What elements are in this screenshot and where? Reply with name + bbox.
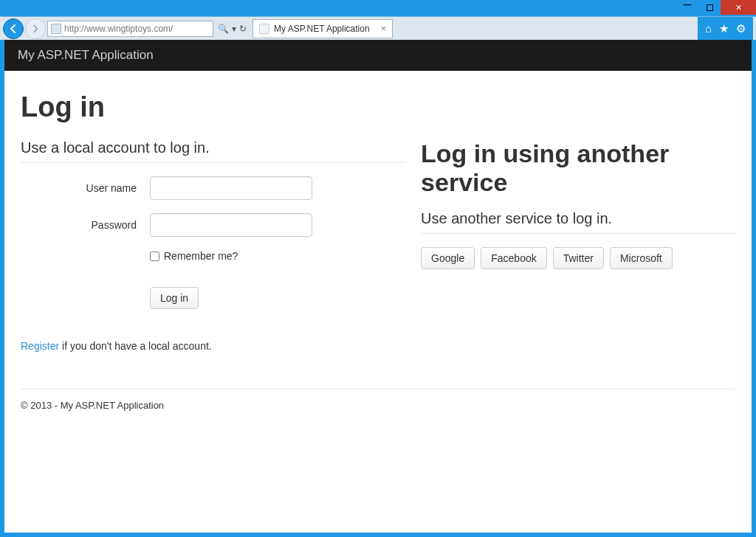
- nav-back-button[interactable]: [3, 18, 24, 39]
- address-controls: 🔍 ▾ ↻: [215, 24, 250, 34]
- password-label: Password: [21, 219, 150, 231]
- window-titlebar: — ✕: [0, 0, 756, 16]
- footer-text: © 2013 - My ASP.NET Application: [21, 400, 735, 411]
- tab-title: My ASP.NET Application: [274, 24, 370, 34]
- register-link[interactable]: Register: [21, 340, 59, 352]
- remember-label: Remember me?: [164, 250, 238, 262]
- page-viewport: My ASP.NET Application Log in Use a loca…: [4, 40, 752, 533]
- provider-twitter-button[interactable]: Twitter: [553, 247, 604, 269]
- register-tail: if you don't have a local account.: [59, 340, 212, 352]
- nav-forward-button[interactable]: [25, 18, 46, 39]
- search-icon[interactable]: 🔍: [218, 24, 229, 34]
- navbar-brand[interactable]: My ASP.NET Application: [18, 48, 154, 63]
- external-login-title: Log in using another service: [421, 139, 735, 197]
- external-login-sub: Use another service to log in.: [421, 210, 735, 234]
- window-minimize-button[interactable]: —: [676, 0, 698, 15]
- local-login-section: Use a local account to log in. User name…: [21, 139, 421, 352]
- provider-microsoft-button[interactable]: Microsoft: [610, 247, 673, 269]
- address-bar[interactable]: http://www.wingtiptoys.com/: [47, 21, 213, 37]
- browser-tab[interactable]: My ASP.NET Application ×: [252, 19, 393, 38]
- provider-facebook-button[interactable]: Facebook: [481, 247, 546, 269]
- external-login-section: Log in using another service Use another…: [421, 139, 735, 352]
- address-url: http://www.wingtiptoys.com/: [64, 24, 210, 34]
- favorites-icon[interactable]: ★: [719, 22, 729, 35]
- dropdown-icon[interactable]: ▾: [232, 24, 236, 34]
- footer-divider: [21, 389, 735, 389]
- site-navbar: My ASP.NET Application: [4, 40, 752, 71]
- username-input[interactable]: [150, 176, 312, 200]
- tab-favicon: [259, 24, 269, 34]
- tab-close-icon[interactable]: ×: [380, 23, 386, 34]
- remember-checkbox[interactable]: [150, 252, 159, 261]
- username-label: User name: [21, 182, 150, 194]
- window-close-button[interactable]: ✕: [721, 0, 756, 15]
- page-favicon: [51, 24, 61, 34]
- page-title: Log in: [21, 91, 735, 123]
- window-maximize-button[interactable]: [698, 0, 721, 15]
- home-icon[interactable]: ⌂: [705, 22, 712, 35]
- browser-window: — ✕ http://www.wingtiptoys.com/ 🔍 ▾ ↻ My…: [0, 0, 756, 537]
- settings-gear-icon[interactable]: ⚙: [736, 22, 746, 35]
- provider-google-button[interactable]: Google: [421, 247, 475, 269]
- register-line: Register if you don't have a local accou…: [21, 340, 406, 352]
- login-button[interactable]: Log in: [150, 287, 199, 309]
- password-input[interactable]: [150, 213, 312, 237]
- browser-toolbar: http://www.wingtiptoys.com/ 🔍 ▾ ↻ My ASP…: [0, 16, 756, 40]
- refresh-icon[interactable]: ↻: [239, 24, 247, 34]
- local-login-heading: Use a local account to log in.: [21, 139, 406, 163]
